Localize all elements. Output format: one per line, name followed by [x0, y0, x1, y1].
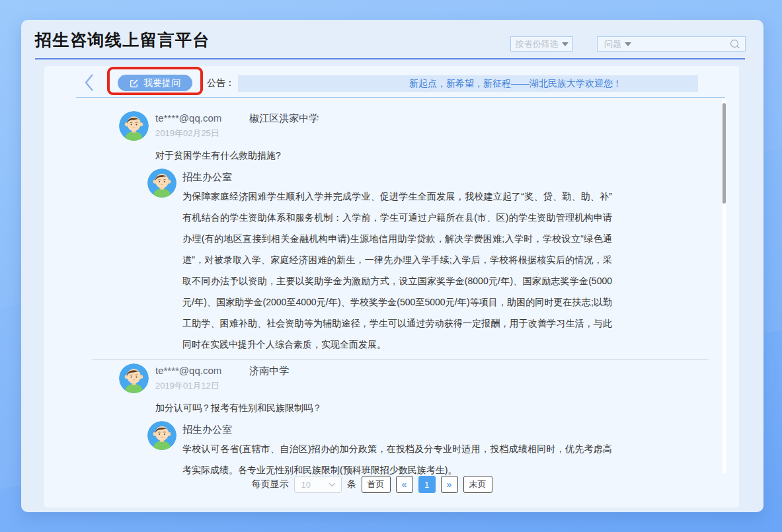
- current-page-button[interactable]: 1: [418, 476, 436, 493]
- next-page-button[interactable]: »: [441, 476, 458, 493]
- header-underline: [35, 58, 745, 59]
- main-card: 招生咨询线上留言平台 按省份筛选 问题 我要提问 公告：: [21, 20, 763, 512]
- panel-scrollbar[interactable]: [723, 99, 726, 474]
- page-title: 招生咨询线上留言平台: [35, 29, 210, 51]
- question-search-box[interactable]: 问题: [597, 36, 746, 52]
- question-text: 对于贫困学生有什么救助措施?: [155, 149, 739, 162]
- user-school: 济南中学: [249, 365, 289, 377]
- per-page-select[interactable]: 10: [294, 476, 342, 493]
- user-info: te****@qq.com 济南中学 2019年01月12日: [155, 363, 289, 392]
- notice-banner: 新起点，新希望，新征程——湖北民族大学欢迎您！: [238, 75, 698, 92]
- reply-content: 招生办公室 学校认可各省(直辖市、自治区)招办的加分政策，在投档及分专业时适用，…: [182, 421, 612, 480]
- caret-down-icon: [562, 42, 568, 46]
- message-header: te****@qq.com 济南中学 2019年01月12日: [119, 363, 739, 393]
- chevron-left-icon: [84, 73, 95, 93]
- message-list: te****@qq.com 椒江区洪家中学 2019年02月25日 对于贫困学生…: [119, 111, 739, 480]
- message-date: 2019年02月25日: [155, 128, 319, 139]
- per-page-label: 每页显示: [252, 478, 289, 490]
- message-header: te****@qq.com 椒江区洪家中学 2019年02月25日: [119, 111, 739, 141]
- toolbar-separator: [76, 97, 725, 98]
- reply-block: 招生办公室 学校认可各省(直辖市、自治区)招办的加分政策，在投档及分专业时适用，…: [147, 421, 739, 480]
- search-icon[interactable]: [729, 38, 741, 50]
- caret-down-icon: [625, 42, 631, 46]
- question-text: 加分认可吗？报考有性别和民族限制吗？: [155, 401, 739, 414]
- reply-author: 招生办公室: [182, 421, 612, 436]
- scrollbar-thumb[interactable]: [723, 103, 726, 204]
- user-email: te****@qq.com: [155, 112, 221, 124]
- province-filter-dropdown[interactable]: 按省份筛选: [510, 36, 573, 52]
- user-info: te****@qq.com 椒江区洪家中学 2019年02月25日: [155, 111, 319, 139]
- back-button[interactable]: [83, 73, 96, 93]
- per-page-unit-label: 条: [347, 478, 356, 490]
- reply-body: 学校认可各省(直辖市、自治区)招办的加分政策，在投档及分专业时适用，投档成绩相同…: [182, 438, 612, 480]
- reply-author: 招生办公室: [182, 169, 612, 184]
- user-avatar: [119, 111, 149, 141]
- message-item: te****@qq.com 椒江区洪家中学 2019年02月25日 对于贫困学生…: [119, 111, 739, 355]
- user-avatar: [119, 363, 149, 393]
- user-email: te****@qq.com: [155, 365, 221, 376]
- ask-question-button[interactable]: 我要提问: [118, 75, 192, 91]
- ask-question-label: 我要提问: [143, 77, 180, 89]
- admissions-office-avatar: [147, 169, 176, 198]
- compose-icon: [130, 79, 139, 88]
- per-page-value: 10: [301, 480, 311, 490]
- message-date: 2019年01月12日: [155, 380, 289, 392]
- chevron-down-icon: [329, 482, 336, 487]
- message-board-panel: 我要提问 公告： 新起点，新希望，新征程——湖北民族大学欢迎您！ te****@…: [44, 66, 739, 508]
- search-type-label: 问题: [604, 38, 621, 50]
- message-item: te****@qq.com 济南中学 2019年01月12日 加分认可吗？报考有…: [119, 363, 739, 480]
- message-divider: [93, 359, 709, 360]
- user-school: 椒江区洪家中学: [249, 112, 319, 125]
- pagination: 每页显示 10 条 首页 « 1 » 末页: [24, 476, 719, 493]
- notice-text: 新起点，新希望，新征程——湖北民族大学欢迎您！: [409, 78, 622, 89]
- reply-body: 为保障家庭经济困难学生顺利入学并完成学业、促进学生全面发展，我校建立起了“奖、贷…: [182, 186, 612, 355]
- reply-content: 招生办公室 为保障家庭经济困难学生顺利入学并完成学业、促进学生全面发展，我校建立…: [182, 169, 612, 355]
- reply-block: 招生办公室 为保障家庭经济困难学生顺利入学并完成学业、促进学生全面发展，我校建立…: [147, 169, 739, 355]
- first-page-button[interactable]: 首页: [362, 476, 391, 493]
- province-filter-label: 按省份筛选: [516, 38, 559, 50]
- admissions-office-avatar: [147, 421, 176, 450]
- notice-label: 公告：: [207, 75, 235, 91]
- prev-page-button[interactable]: «: [396, 476, 413, 493]
- last-page-button[interactable]: 末页: [463, 476, 492, 493]
